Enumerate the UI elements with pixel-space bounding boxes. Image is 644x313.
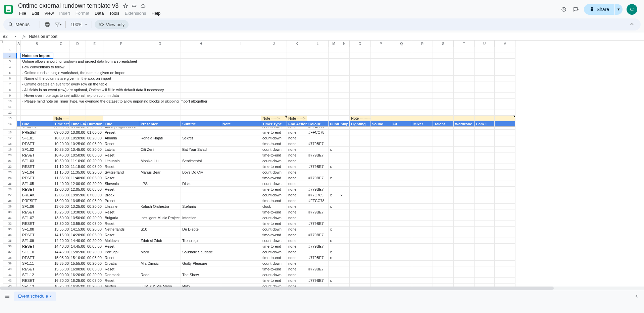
cell[interactable] — [329, 272, 339, 278]
cell[interactable] — [339, 227, 350, 232]
cell[interactable] — [350, 147, 370, 152]
cell[interactable]: #FFCC78 — [307, 198, 329, 204]
cell[interactable] — [221, 64, 261, 70]
cell[interactable] — [370, 244, 391, 249]
cell[interactable] — [221, 116, 261, 121]
cell[interactable] — [454, 244, 475, 249]
cell[interactable]: x — [329, 192, 339, 198]
cell[interactable]: 15:05:00 — [53, 255, 69, 261]
cell[interactable] — [86, 81, 103, 87]
cell[interactable] — [307, 110, 329, 116]
cell[interactable] — [350, 47, 370, 53]
cell[interactable] — [339, 209, 350, 215]
row-header[interactable]: 37 — [3, 249, 17, 255]
cell[interactable] — [181, 175, 221, 181]
cell[interactable]: time-to-end — [261, 175, 287, 181]
cell[interactable] — [495, 187, 515, 192]
cell[interactable] — [139, 116, 181, 121]
cell[interactable]: Sound — [370, 121, 391, 127]
cell[interactable] — [139, 81, 181, 87]
move-icon[interactable] — [131, 3, 137, 9]
cell[interactable] — [350, 64, 370, 70]
cloud-icon[interactable] — [140, 3, 146, 9]
cell[interactable] — [433, 272, 454, 278]
cell[interactable] — [350, 175, 370, 181]
cell[interactable] — [307, 59, 329, 64]
cell[interactable]: none — [287, 261, 307, 266]
cell[interactable] — [412, 164, 433, 170]
cell[interactable] — [221, 93, 261, 99]
cell[interactable]: 15:55:00 — [69, 261, 86, 266]
cell[interactable] — [329, 81, 339, 87]
cell[interactable]: 00:05:00 — [86, 175, 103, 181]
cell[interactable]: 00:05:00 — [86, 198, 103, 204]
cell[interactable]: Public — [329, 121, 339, 127]
cell[interactable] — [391, 87, 412, 93]
cell[interactable] — [17, 99, 21, 104]
cell[interactable]: FX — [391, 121, 412, 127]
cell[interactable]: 16:20:00 — [53, 278, 69, 284]
cell[interactable]: Reset — [103, 164, 139, 170]
cell[interactable]: Latvia — [103, 147, 139, 152]
cell[interactable] — [370, 175, 391, 181]
cell[interactable]: 14:20:00 — [53, 238, 69, 244]
cell[interactable]: RESET — [21, 152, 53, 158]
cell[interactable]: none — [287, 141, 307, 147]
cell[interactable] — [433, 209, 454, 215]
cell[interactable]: 10:45:00 — [69, 147, 86, 152]
cell[interactable]: Intelligent Music Project — [139, 215, 181, 221]
cell[interactable] — [350, 53, 370, 59]
cell[interactable] — [221, 147, 261, 152]
cell[interactable]: RESET — [21, 141, 53, 147]
cell[interactable] — [370, 215, 391, 221]
cell[interactable] — [391, 141, 412, 147]
cell[interactable]: LPS — [139, 181, 181, 187]
cell[interactable] — [329, 59, 339, 64]
sheets-logo[interactable] — [4, 5, 13, 14]
cell[interactable]: Austria — [103, 284, 139, 287]
cell[interactable] — [221, 110, 261, 116]
cell[interactable] — [370, 232, 391, 238]
cell[interactable] — [329, 104, 339, 110]
cell[interactable] — [139, 255, 181, 261]
cell[interactable]: 10:50:00 — [69, 152, 86, 158]
cell[interactable]: End Action — [287, 121, 307, 127]
cell[interactable] — [454, 104, 475, 110]
row-header[interactable]: 26 — [3, 187, 17, 192]
cell[interactable] — [181, 152, 221, 158]
cell[interactable] — [181, 164, 221, 170]
cell[interactable]: Albania — [103, 135, 139, 141]
cell[interactable]: - Please mind note on Timer Type, we ove… — [21, 99, 53, 104]
cell[interactable] — [221, 215, 261, 221]
cell[interactable]: none — [287, 127, 307, 130]
cell[interactable] — [307, 64, 329, 70]
cell[interactable] — [17, 127, 21, 130]
cell[interactable]: Reset — [103, 152, 139, 158]
cell[interactable] — [391, 221, 412, 227]
cell[interactable] — [370, 147, 391, 152]
cell[interactable]: 00:20:00 — [86, 249, 103, 255]
menu-view[interactable]: View — [42, 10, 56, 16]
cell[interactable] — [475, 238, 495, 244]
cell[interactable]: count-down — [261, 272, 287, 278]
cell[interactable] — [17, 135, 21, 141]
cell[interactable]: 13:50:00 — [69, 215, 86, 221]
cell[interactable] — [370, 93, 391, 99]
cell[interactable] — [454, 47, 475, 53]
cell[interactable] — [433, 70, 454, 76]
cell[interactable]: time-to-end — [261, 232, 287, 238]
cell[interactable] — [139, 266, 181, 272]
row-header[interactable]: 10 — [3, 99, 17, 104]
col-header[interactable]: O — [350, 41, 370, 47]
row-header[interactable]: 24 — [3, 175, 17, 181]
cell[interactable]: time-to-end — [261, 187, 287, 192]
cell[interactable] — [391, 278, 412, 284]
cell[interactable] — [350, 238, 370, 244]
col-header[interactable]: C — [53, 41, 69, 47]
cell[interactable] — [412, 181, 433, 187]
cell[interactable] — [454, 198, 475, 204]
cell[interactable] — [495, 198, 515, 204]
row-header[interactable]: 21 — [3, 158, 17, 164]
cell[interactable]: 13:25:00 — [53, 209, 69, 215]
cell[interactable] — [370, 284, 391, 287]
